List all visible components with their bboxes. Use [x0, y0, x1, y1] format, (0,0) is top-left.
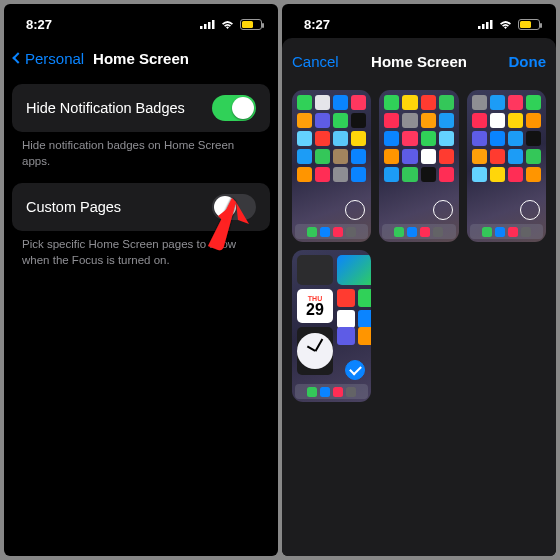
svg-rect-2: [208, 22, 211, 29]
home-page-2[interactable]: [379, 90, 458, 242]
done-button[interactable]: Done: [509, 53, 547, 70]
app-icon: [297, 131, 312, 146]
dock-app-icon: [394, 227, 404, 237]
app-icon: [333, 113, 348, 128]
svg-rect-1: [204, 24, 207, 29]
app-icon: [490, 167, 505, 182]
hide-badges-toggle[interactable]: [212, 95, 256, 121]
app-icon: [508, 113, 523, 128]
battery-icon: [518, 19, 540, 30]
home-page-3[interactable]: [467, 90, 546, 242]
wifi-icon: [498, 19, 513, 30]
app-icon: [384, 95, 399, 110]
app-icon: [421, 95, 436, 110]
wifi-icon: [220, 19, 235, 30]
dock-app-icon: [521, 227, 531, 237]
app-icon: [315, 131, 330, 146]
app-icon: [384, 149, 399, 164]
signal-icon: [478, 19, 493, 29]
app-icon: [297, 95, 312, 110]
app-icon: [384, 131, 399, 146]
app-icon: [421, 113, 436, 128]
app-icon: [333, 149, 348, 164]
dock-app-icon: [307, 387, 317, 397]
widget-fitness: [337, 255, 371, 285]
app-icon: [337, 289, 355, 307]
widget-placeholder: [297, 255, 333, 285]
pages-grid: THU 29: [282, 84, 556, 408]
svg-rect-7: [490, 20, 493, 29]
app-icon: [402, 113, 417, 128]
hide-notification-badges-cell[interactable]: Hide Notification Badges: [12, 84, 270, 132]
app-icon: [337, 310, 355, 328]
app-icon: [439, 149, 454, 164]
chevron-left-icon: [12, 52, 23, 63]
app-icon: [315, 167, 330, 182]
status-time: 8:27: [304, 17, 330, 32]
home-page-4[interactable]: THU 29: [292, 250, 371, 402]
app-icon: [402, 149, 417, 164]
app-icon: [358, 327, 371, 345]
svg-rect-0: [200, 26, 203, 29]
page-picker-modal: Cancel Home Screen Done: [282, 38, 556, 556]
dock-app-icon: [508, 227, 518, 237]
dock-app-icon: [346, 227, 356, 237]
app-icon: [439, 131, 454, 146]
app-icon: [337, 327, 355, 345]
svg-rect-6: [486, 22, 489, 29]
app-icon: [384, 113, 399, 128]
app-icon: [490, 149, 505, 164]
cancel-button[interactable]: Cancel: [292, 53, 339, 70]
dock-app-icon: [333, 227, 343, 237]
app-icon: [508, 131, 523, 146]
calendar-day: 29: [306, 302, 324, 318]
status-bar: 8:27: [282, 4, 556, 38]
cell-label: Custom Pages: [26, 199, 121, 215]
dock-app-icon: [320, 387, 330, 397]
svg-rect-5: [482, 24, 485, 29]
selection-circle-icon[interactable]: [345, 200, 365, 220]
app-icon: [315, 95, 330, 110]
back-button[interactable]: Personal: [14, 50, 84, 67]
app-icon: [421, 167, 436, 182]
app-icon: [421, 131, 436, 146]
app-icon: [526, 149, 541, 164]
selection-circle-icon[interactable]: [433, 200, 453, 220]
app-icon: [315, 149, 330, 164]
dock-app-icon: [420, 227, 430, 237]
app-icon: [358, 289, 371, 307]
selection-circle-icon[interactable]: [520, 200, 540, 220]
app-icon: [472, 149, 487, 164]
widget-calendar: THU 29: [297, 289, 333, 323]
app-icon: [351, 131, 366, 146]
app-icon: [351, 149, 366, 164]
app-icon: [508, 167, 523, 182]
app-icon: [472, 95, 487, 110]
app-icon: [333, 95, 348, 110]
app-icon: [297, 149, 312, 164]
app-icon: [297, 113, 312, 128]
battery-icon: [240, 19, 262, 30]
status-time: 8:27: [26, 17, 52, 32]
svg-rect-4: [478, 26, 481, 29]
dock-app-icon: [407, 227, 417, 237]
app-icon: [526, 95, 541, 110]
home-page-1[interactable]: [292, 90, 371, 242]
cell-footer: Hide notification badges on Home Screen …: [4, 132, 278, 183]
status-bar: 8:27: [4, 4, 278, 38]
app-icon: [439, 167, 454, 182]
app-icon: [402, 95, 417, 110]
app-icon: [297, 167, 312, 182]
custom-pages-toggle[interactable]: [212, 194, 256, 220]
cell-label: Hide Notification Badges: [26, 100, 185, 116]
modal-nav: Cancel Home Screen Done: [282, 38, 556, 84]
app-icon: [333, 167, 348, 182]
app-icon: [439, 95, 454, 110]
custom-pages-cell[interactable]: Custom Pages: [12, 183, 270, 231]
dock-app-icon: [433, 227, 443, 237]
phone-left-settings: 8:27 Personal Home Screen Hide Notificat…: [4, 4, 278, 556]
app-icon: [402, 167, 417, 182]
cell-footer: Pick specific Home Screen pages to show …: [4, 231, 278, 282]
app-icon: [526, 167, 541, 182]
app-icon: [526, 113, 541, 128]
